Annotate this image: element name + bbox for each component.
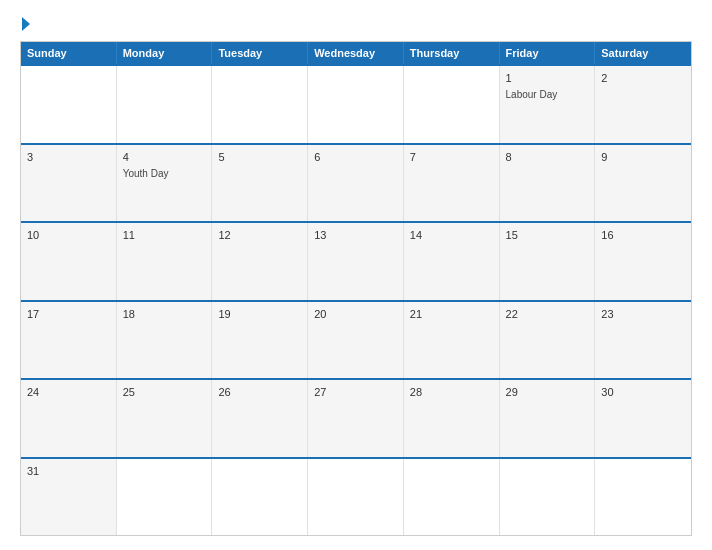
- calendar-cell: 2: [595, 66, 691, 143]
- day-header-tuesday: Tuesday: [212, 42, 308, 64]
- calendar-grid: SundayMondayTuesdayWednesdayThursdayFrid…: [20, 41, 692, 536]
- calendar-cell: 27: [308, 380, 404, 457]
- logo-blue-text: [20, 18, 30, 31]
- day-header-thursday: Thursday: [404, 42, 500, 64]
- day-number: 21: [410, 307, 493, 322]
- day-number: 22: [506, 307, 589, 322]
- day-number: 15: [506, 228, 589, 243]
- day-number: 5: [218, 150, 301, 165]
- day-number: 7: [410, 150, 493, 165]
- day-number: 29: [506, 385, 589, 400]
- day-header-friday: Friday: [500, 42, 596, 64]
- calendar-cell: 23: [595, 302, 691, 379]
- calendar-cell: 14: [404, 223, 500, 300]
- day-number: 16: [601, 228, 685, 243]
- calendar-cell: [404, 66, 500, 143]
- calendar-cell: 3: [21, 145, 117, 222]
- calendar-cell: 8: [500, 145, 596, 222]
- calendar-week-1: 1Labour Day2: [21, 64, 691, 143]
- calendar-cell: [117, 459, 213, 536]
- calendar-header: SundayMondayTuesdayWednesdayThursdayFrid…: [21, 42, 691, 64]
- calendar-cell: 18: [117, 302, 213, 379]
- calendar-cell: 20: [308, 302, 404, 379]
- calendar-week-3: 10111213141516: [21, 221, 691, 300]
- calendar-cell: 17: [21, 302, 117, 379]
- calendar-cell: 15: [500, 223, 596, 300]
- calendar-cell: [500, 459, 596, 536]
- day-number: 8: [506, 150, 589, 165]
- day-header-sunday: Sunday: [21, 42, 117, 64]
- calendar-cell: 24: [21, 380, 117, 457]
- calendar-week-4: 17181920212223: [21, 300, 691, 379]
- day-number: 4: [123, 150, 206, 165]
- calendar-cell: 21: [404, 302, 500, 379]
- calendar-cell: 4Youth Day: [117, 145, 213, 222]
- day-number: 12: [218, 228, 301, 243]
- holiday-label: Youth Day: [123, 167, 206, 180]
- logo: [20, 18, 30, 31]
- calendar-cell: [308, 459, 404, 536]
- calendar-cell: 28: [404, 380, 500, 457]
- day-number: 28: [410, 385, 493, 400]
- day-header-saturday: Saturday: [595, 42, 691, 64]
- day-number: 30: [601, 385, 685, 400]
- day-number: 27: [314, 385, 397, 400]
- day-number: 17: [27, 307, 110, 322]
- calendar-cell: 12: [212, 223, 308, 300]
- calendar-cell: 1Labour Day: [500, 66, 596, 143]
- calendar-cell: 31: [21, 459, 117, 536]
- calendar-week-2: 34Youth Day56789: [21, 143, 691, 222]
- calendar-cell: 22: [500, 302, 596, 379]
- day-number: 9: [601, 150, 685, 165]
- day-header-monday: Monday: [117, 42, 213, 64]
- holiday-label: Labour Day: [506, 88, 589, 101]
- day-number: 6: [314, 150, 397, 165]
- calendar-cell: [117, 66, 213, 143]
- calendar-cell: 10: [21, 223, 117, 300]
- day-number: 20: [314, 307, 397, 322]
- header: [20, 18, 692, 31]
- calendar-cell: [212, 459, 308, 536]
- calendar-cell: 29: [500, 380, 596, 457]
- day-number: 24: [27, 385, 110, 400]
- calendar-week-5: 24252627282930: [21, 378, 691, 457]
- day-number: 1: [506, 71, 589, 86]
- day-number: 18: [123, 307, 206, 322]
- calendar-cell: [21, 66, 117, 143]
- calendar-cell: [308, 66, 404, 143]
- day-number: 3: [27, 150, 110, 165]
- calendar-week-6: 31: [21, 457, 691, 536]
- calendar-cell: [595, 459, 691, 536]
- calendar-cell: 13: [308, 223, 404, 300]
- day-number: 11: [123, 228, 206, 243]
- calendar-cell: 11: [117, 223, 213, 300]
- calendar-cell: 9: [595, 145, 691, 222]
- day-header-wednesday: Wednesday: [308, 42, 404, 64]
- calendar-cell: 25: [117, 380, 213, 457]
- day-number: 23: [601, 307, 685, 322]
- calendar-cell: 30: [595, 380, 691, 457]
- day-number: 19: [218, 307, 301, 322]
- calendar-body: 1Labour Day234Youth Day56789101112131415…: [21, 64, 691, 535]
- calendar-cell: [404, 459, 500, 536]
- calendar-cell: 5: [212, 145, 308, 222]
- calendar-cell: 7: [404, 145, 500, 222]
- day-number: 13: [314, 228, 397, 243]
- logo-triangle-icon: [22, 17, 30, 31]
- calendar-cell: [212, 66, 308, 143]
- calendar-cell: 26: [212, 380, 308, 457]
- calendar-cell: 16: [595, 223, 691, 300]
- calendar-cell: 19: [212, 302, 308, 379]
- calendar-cell: 6: [308, 145, 404, 222]
- day-number: 31: [27, 464, 110, 479]
- calendar-page: SundayMondayTuesdayWednesdayThursdayFrid…: [0, 0, 712, 550]
- day-number: 10: [27, 228, 110, 243]
- day-number: 2: [601, 71, 685, 86]
- day-number: 26: [218, 385, 301, 400]
- day-number: 25: [123, 385, 206, 400]
- day-number: 14: [410, 228, 493, 243]
